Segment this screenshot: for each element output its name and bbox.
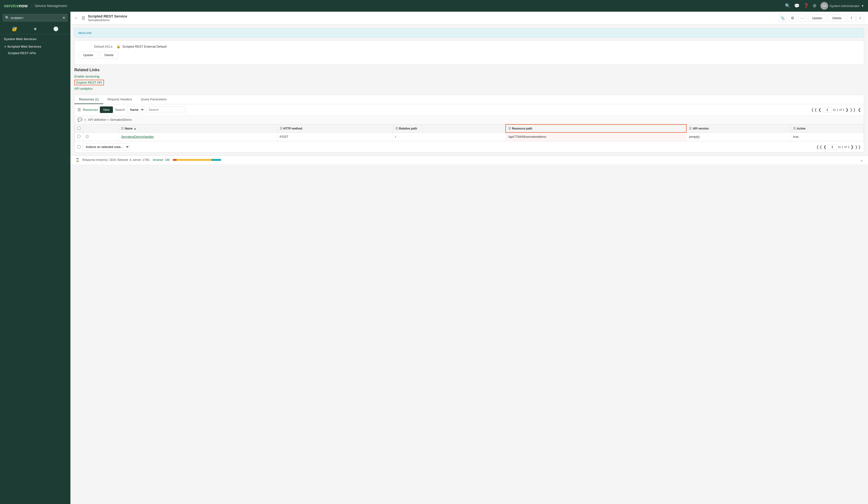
search-icon[interactable]: 🔍	[785, 3, 790, 9]
form-row-acls: Default ACLs 🔒 Scripted REST External De…	[79, 44, 860, 48]
form-title-main: Scripted REST Service	[88, 14, 776, 18]
perf-seg-network	[173, 159, 177, 161]
bulk-actions-select[interactable]: Actions on selected rows...	[83, 143, 130, 150]
delete-button[interactable]: Delete	[828, 14, 846, 22]
th-resource-path[interactable]: ☰Resource path	[506, 124, 686, 132]
first-page-button[interactable]: ❬❬	[811, 108, 817, 112]
browser-perf-link[interactable]: browser: 146	[153, 158, 169, 162]
sidebar-search-icon: 🔍	[5, 16, 9, 20]
header-actions: 📎 ⚙ ⋯ Update Delete ⇧ ⇩	[779, 14, 864, 22]
select-all-checkbox-header[interactable]	[75, 124, 83, 132]
sort-asc-icon: ▲	[134, 127, 136, 130]
page-number-input[interactable]	[822, 107, 832, 112]
name-col-icon: ☰	[121, 127, 124, 130]
th-http-method[interactable]: ☰HTTP method	[277, 124, 393, 132]
related-links-section: Related Links Enable versioning Explore …	[74, 68, 864, 92]
table-row: ⓘ SematextDemoHandler POST / /api/778449…	[75, 132, 864, 141]
row-info-cell[interactable]: ⓘ	[83, 132, 118, 141]
nav-arrows: ⇧ ⇩	[848, 14, 864, 22]
sidebar-item-scripted-rest-apis[interactable]: Scripted REST APIs	[0, 49, 70, 57]
api-ver-col-icon: ☰	[689, 127, 692, 130]
form-update-button[interactable]: Update	[79, 51, 98, 59]
info-circle-icon[interactable]: ⓘ	[85, 135, 89, 139]
related-links-title: Related Links	[74, 68, 864, 72]
collapse-icon[interactable]: ❮	[858, 108, 861, 112]
perf-seg-browser	[211, 159, 221, 161]
search-input[interactable]	[146, 107, 185, 113]
logo-text: servicenow	[4, 3, 28, 9]
sidebar-search-input[interactable]	[11, 16, 61, 20]
th-name[interactable]: ☰Name▲	[118, 124, 277, 132]
nav-right: 🔍 💬 ❓ ⚙ SA System Administrator ▼	[785, 2, 864, 10]
row-checkbox[interactable]	[77, 135, 80, 138]
bottom-page-total: to 1 of 1	[838, 145, 849, 149]
last-page-button[interactable]: ❭❭	[849, 108, 856, 112]
select-all-checkbox[interactable]	[77, 127, 80, 130]
filter-row: 💬 ▿ API definition = SematextDemo	[74, 115, 864, 124]
sidebar-search-clear-icon[interactable]: ✕	[62, 16, 65, 20]
explore-rest-api-link[interactable]: Explore REST API	[74, 80, 104, 85]
next-page-button[interactable]: ❯	[845, 108, 849, 112]
acls-text: Scripted REST External Default	[122, 45, 167, 48]
bottom-first-page-button[interactable]: ❬❬	[816, 144, 822, 149]
sidebar-item-system-web-services[interactable]: System Web Services	[0, 34, 70, 42]
sidebar-search-container[interactable]: 🔍 ✕	[3, 14, 68, 21]
logo: servicenow	[4, 3, 28, 9]
sidebar-icon-bar: 🔐 ★ 🕐	[0, 24, 70, 34]
settings-icon-button[interactable]: ⚙	[788, 14, 796, 22]
filter-icon[interactable]: ▿	[84, 118, 86, 122]
enable-versioning-link[interactable]: Enable versioning	[74, 74, 864, 78]
top-navigation: servicenow Service Management 🔍 💬 ❓ ⚙ SA…	[0, 0, 868, 12]
nav-down-button[interactable]: ⇩	[856, 14, 864, 22]
th-active[interactable]: ☰Active	[790, 124, 864, 132]
more-options-button[interactable]: ⋯	[798, 14, 806, 22]
timer-icon: ⌛	[75, 158, 80, 162]
update-button[interactable]: Update	[808, 14, 826, 22]
search-label: Search	[115, 108, 125, 112]
resources-link[interactable]: Resources	[83, 108, 98, 112]
nav-up-button[interactable]: ⇧	[848, 14, 855, 22]
bottom-select-checkbox[interactable]	[78, 145, 81, 149]
tabs-container: Resources (1) Request Headers Query Para…	[74, 95, 864, 153]
nav-left: servicenow Service Management	[4, 3, 67, 9]
th-api-version[interactable]: ☰API version	[686, 124, 790, 132]
chat-icon[interactable]: 💬	[794, 3, 799, 9]
back-button[interactable]: ←	[74, 16, 79, 21]
prev-page-button[interactable]: ❮	[818, 108, 822, 112]
sidebar-favorites-icon[interactable]: ★	[33, 26, 37, 32]
tab-query-parameters[interactable]: Query Parameters	[136, 95, 171, 104]
table-header: ☰Name▲ ☰HTTP method ☰Relative path ☰Reso…	[75, 124, 864, 132]
row-name-cell[interactable]: SematextDemoHandler	[118, 132, 277, 141]
bottom-next-page-button[interactable]: ❯	[850, 144, 854, 149]
resources-table: ☰Name▲ ☰HTTP method ☰Relative path ☰Reso…	[74, 124, 864, 141]
footer-expand-icon[interactable]: ⌄	[860, 158, 863, 162]
attach-icon-button[interactable]: 📎	[779, 14, 787, 22]
th-relative-path[interactable]: ☰Relative path	[393, 124, 506, 132]
sidebar-item-scripted-web-services[interactable]: Scripted Web Services	[0, 42, 70, 49]
sidebar-clock-icon[interactable]: 🕐	[53, 26, 59, 32]
new-button[interactable]: New	[100, 107, 113, 113]
api-analytics-link[interactable]: API analytics	[74, 87, 864, 90]
perf-bar	[173, 159, 221, 161]
toolbar-menu-icon[interactable]: ☰	[78, 108, 81, 112]
http-col-icon: ☰	[280, 127, 282, 130]
tab-resources[interactable]: Resources (1)	[74, 95, 103, 104]
row-name-link[interactable]: SematextDemoHandler	[121, 135, 154, 139]
info-banner[interactable]: More info	[74, 28, 864, 38]
bottom-last-page-button[interactable]: ❭❭	[855, 144, 861, 149]
settings-icon[interactable]: ⚙	[813, 3, 817, 9]
menu-icon[interactable]: ☰	[82, 16, 85, 20]
form-header: ← ☰ Scripted REST Service SematextDemo 📎…	[70, 12, 868, 24]
row-checkbox-cell[interactable]	[75, 132, 83, 141]
form-section: Default ACLs 🔒 Scripted REST External De…	[74, 40, 864, 65]
search-field-select[interactable]: Name	[127, 106, 145, 113]
user-menu[interactable]: SA System Administrator ▼	[820, 2, 864, 10]
info-banner-text: More info	[79, 31, 92, 35]
sidebar-history-icon[interactable]: 🔐	[12, 26, 17, 32]
help-icon[interactable]: ❓	[803, 3, 809, 9]
tab-request-headers[interactable]: Request Headers	[103, 95, 136, 104]
top-pagination: ❬❬ ❮ to 1 of 1 ❯ ❭❭	[811, 107, 856, 112]
bottom-page-number-input[interactable]	[827, 144, 837, 150]
bottom-prev-page-button[interactable]: ❮	[823, 144, 826, 149]
form-delete-button[interactable]: Delete	[100, 51, 118, 59]
